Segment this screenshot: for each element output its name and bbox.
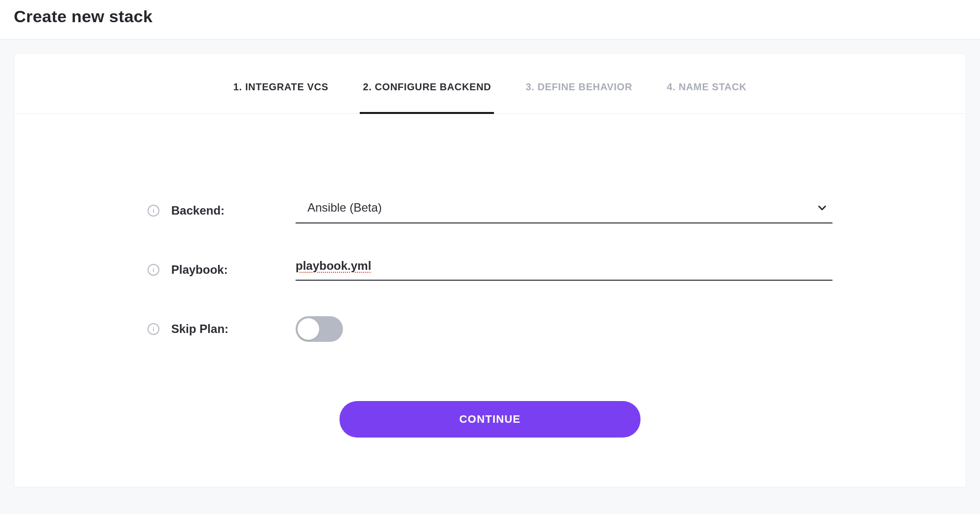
backend-selected-value: Ansible (Beta) <box>307 201 382 215</box>
backend-label: Backend: <box>171 204 225 218</box>
continue-button[interactable]: CONTINUE <box>339 401 641 438</box>
info-icon[interactable] <box>148 264 159 276</box>
tab-configure-backend[interactable]: 2. CONFIGURE BACKEND <box>363 81 491 113</box>
tab-integrate-vcs[interactable]: 1. INTEGRATE VCS <box>233 81 329 113</box>
playbook-input[interactable] <box>296 259 832 273</box>
backend-select[interactable]: Ansible (Beta) <box>296 198 832 223</box>
page-title: Create new stack <box>14 7 966 26</box>
row-left: Skip Plan: <box>148 322 296 336</box>
tab-name-stack[interactable]: 4. NAME STACK <box>667 81 747 113</box>
form-row-backend: Backend: Ansible (Beta) <box>148 198 832 223</box>
button-row: CONTINUE <box>148 401 832 438</box>
form-row-skip-plan: Skip Plan: <box>148 316 832 342</box>
row-left: Backend: <box>148 204 296 218</box>
wizard-card: 1. INTEGRATE VCS 2. CONFIGURE BACKEND 3.… <box>14 53 966 487</box>
info-icon[interactable] <box>148 323 159 335</box>
info-icon[interactable] <box>148 205 159 217</box>
toggle-knob <box>298 318 319 340</box>
page: Create new stack 1. INTEGRATE VCS 2. CON… <box>0 0 980 487</box>
page-header: Create new stack <box>0 0 980 39</box>
form-area: Backend: Ansible (Beta) <box>14 114 966 438</box>
playbook-input-wrap <box>296 259 832 281</box>
wizard-tabs: 1. INTEGRATE VCS 2. CONFIGURE BACKEND 3.… <box>14 54 966 114</box>
playbook-label: Playbook: <box>171 263 228 277</box>
content-wrap: 1. INTEGRATE VCS 2. CONFIGURE BACKEND 3.… <box>0 39 980 487</box>
playbook-control <box>296 259 832 281</box>
chevron-down-icon <box>817 202 828 213</box>
form-row-playbook: Playbook: <box>148 259 832 281</box>
tab-define-behavior[interactable]: 3. DEFINE BEHAVIOR <box>526 81 632 113</box>
backend-control: Ansible (Beta) <box>296 198 832 223</box>
skip-plan-label: Skip Plan: <box>171 322 228 336</box>
row-left: Playbook: <box>148 263 296 277</box>
skip-plan-control <box>296 316 832 342</box>
skip-plan-toggle[interactable] <box>296 316 343 342</box>
